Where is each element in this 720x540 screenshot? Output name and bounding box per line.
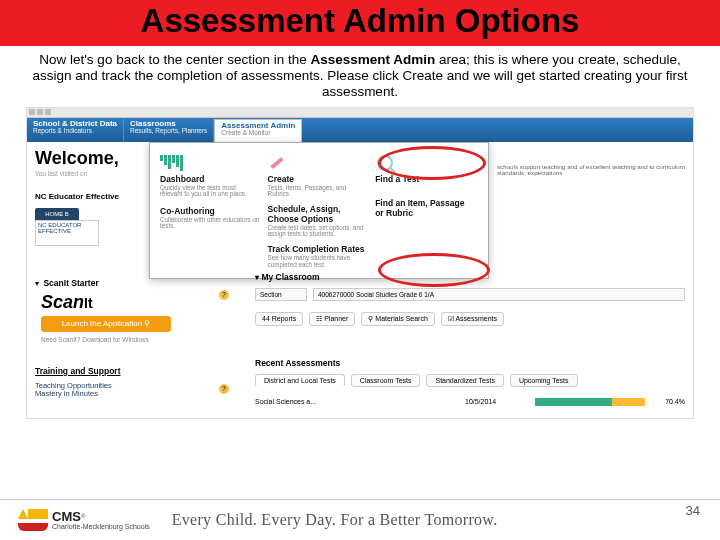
home-tab[interactable]: HOME B: [35, 208, 79, 220]
chevron-down-icon[interactable]: ▾: [255, 273, 259, 282]
scanit-section: ▾ ScanIt Starter: [35, 272, 99, 290]
launch-app-button[interactable]: Launch the Application ⚲: [41, 316, 171, 332]
find-item-link[interactable]: Find an Item, Passage or Rubric: [375, 198, 475, 218]
nee-heading: NC Educator Effective: [35, 192, 119, 201]
result-pct: 70.4%: [645, 398, 685, 405]
training-link-2[interactable]: Mastery in Minutes: [35, 390, 112, 399]
planner-button[interactable]: ☷ Planner: [309, 312, 355, 326]
slide-title: Assessment Admin Options: [0, 2, 720, 40]
highlight-track: [378, 253, 490, 287]
assessment-dropdown: Dashboard Quickly view the tests most re…: [149, 142, 489, 280]
track-link[interactable]: Track Completion Rates: [268, 244, 368, 254]
scanit-note: Need ScanIt? Download for Windows: [41, 336, 149, 343]
create-link[interactable]: Create: [268, 174, 368, 184]
bars-icon: [160, 151, 260, 171]
help-icon[interactable]: ?: [219, 384, 229, 394]
page-number: 34: [686, 503, 700, 518]
training-links: Teaching Opportunities Mastery in Minute…: [35, 382, 112, 399]
dropdown-col-dashboard: Dashboard Quickly view the tests most re…: [156, 149, 264, 271]
intro-text: Now let's go back to the center section …: [0, 46, 720, 105]
highlight-create: [378, 146, 486, 180]
nav-classrooms[interactable]: ClassroomsResults, Reports, Planners: [124, 118, 214, 142]
recent-tabs: District and Local Tests Classroom Tests…: [255, 374, 578, 387]
tab-standardized[interactable]: Standardized Tests: [426, 374, 503, 387]
pencil-icon: [268, 151, 368, 171]
result-name: Social Sciences a...: [255, 398, 465, 405]
tagline: Every Child. Every Day. For a Better Tom…: [172, 511, 498, 529]
my-classroom-heading: ▾ My Classroom: [255, 272, 319, 282]
tab-upcoming[interactable]: Upcoming Tests: [510, 374, 578, 387]
recent-heading: Recent Assessments: [255, 358, 340, 368]
tab-classroom[interactable]: Classroom Tests: [351, 374, 421, 387]
result-row[interactable]: Social Sciences a... 10/5/2014 70.4%: [255, 398, 685, 406]
section-label: Section: [255, 288, 307, 301]
embedded-screenshot: School & District DataReports & Indicato…: [26, 107, 694, 419]
chevron-down-icon[interactable]: ▾: [35, 279, 39, 288]
section-row: Section 4006270000 Social Studies Grade …: [255, 288, 685, 301]
right-panel-text: schools support teaching and of excellen…: [497, 164, 687, 177]
section-select[interactable]: 4006270000 Social Studies Grade 6 1/A: [313, 288, 685, 301]
slide-footer: CMS®Charlotte-Mecklenburg Schools Every …: [0, 500, 720, 540]
cms-logo: CMS®Charlotte-Mecklenburg Schools: [18, 509, 150, 531]
tab-district[interactable]: District and Local Tests: [255, 374, 345, 387]
crown-icon: [18, 509, 48, 531]
result-date: 10/5/2014: [465, 398, 535, 405]
schedule-link[interactable]: Schedule, Assign, Choose Options: [268, 204, 368, 224]
myclass-buttons: 44 Reports ☷ Planner ⚲ Materials Search …: [255, 312, 504, 326]
result-bar: [535, 398, 645, 406]
main-nav: School & District DataReports & Indicato…: [27, 118, 693, 142]
dashboard-link[interactable]: Dashboard: [160, 174, 260, 184]
welcome-sub: You last visited on: [35, 170, 87, 177]
nee-box: NC EDUCATOR EFFECTIVE: [35, 220, 99, 246]
assessments-button[interactable]: ☑ Assessments: [441, 312, 504, 326]
search-icon: ⚲: [144, 319, 150, 328]
scanit-logo: ScanIt: [41, 292, 93, 313]
intro-before: Now let's go back to the center section …: [39, 52, 310, 67]
reports-button[interactable]: 44 Reports: [255, 312, 303, 326]
coauthoring-link[interactable]: Co-Authoring: [160, 206, 260, 216]
dropdown-col-create: Create Tests, Items, Passages, and Rubri…: [264, 149, 372, 271]
browser-chrome: [27, 108, 693, 118]
help-icon[interactable]: ?: [219, 290, 229, 300]
nav-school-district[interactable]: School & District DataReports & Indicato…: [27, 118, 124, 142]
intro-bold: Assessment Admin: [311, 52, 436, 67]
nav-assessment-admin[interactable]: Assessment AdminCreate & Monitor: [214, 119, 302, 142]
welcome-heading: Welcome,: [35, 148, 119, 169]
materials-search-button[interactable]: ⚲ Materials Search: [361, 312, 434, 326]
training-heading: Training and Support: [35, 366, 120, 376]
